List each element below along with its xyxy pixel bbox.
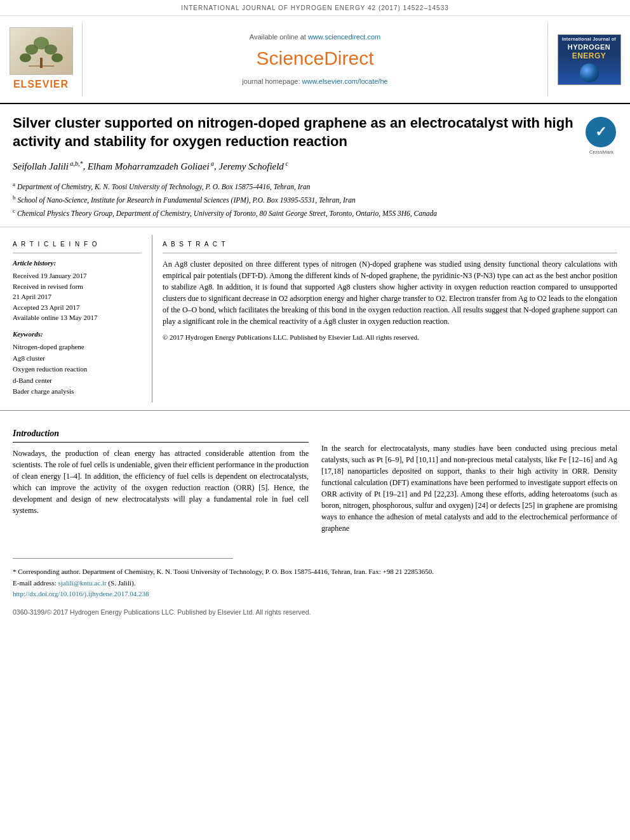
- abstract-column: A B S T R A C T An Ag8 cluster deposited…: [152, 235, 630, 403]
- author-1: Seifollah Jalili: [13, 161, 69, 171]
- footnote-divider: [13, 558, 233, 559]
- elsevier-tree-icon: [19, 34, 64, 72]
- history-item-4: Available online 13 May 2017: [13, 312, 142, 323]
- affiliation-a: a Department of Chemistry, K. N. Toosi U…: [13, 180, 617, 192]
- corresponding-author-note: * Corresponding author. Department of Ch…: [13, 566, 617, 578]
- author-3-sup: c: [284, 160, 288, 167]
- sciencedirect-label: ScienceDirect: [256, 48, 373, 69]
- hydrogen-energy-logo: International Journal of HYDROGEN ENERGY: [558, 34, 621, 85]
- keyword-0: Nitrogen-doped graphene: [13, 342, 142, 353]
- article-title-section: ✓ CrossMark Silver cluster supported on …: [0, 104, 630, 227]
- history-item-1: Received in revised form: [13, 281, 142, 292]
- available-online-text: Available online at www.sciencedirect.co…: [250, 32, 380, 42]
- footer-issn: 0360-3199/© 2017 Hydrogen Energy Publica…: [13, 608, 311, 616]
- journal-citation: INTERNATIONAL JOURNAL OF HYDROGEN ENERGY…: [181, 4, 449, 11]
- svg-rect-6: [29, 65, 54, 67]
- article-history-label: Article history:: [13, 258, 142, 268]
- article-info-column: A R T I C L E I N F O Article history: R…: [0, 235, 152, 403]
- crossmark-icon: ✓: [586, 117, 616, 147]
- logo-journal-name: HYDROGEN: [568, 43, 611, 51]
- abstract-paragraph: An Ag8 cluster deposited on three differ…: [163, 258, 617, 327]
- intro-right-text: In the search for electrocatalysts, many…: [321, 443, 617, 534]
- elsevier-wordmark: ELSEVIER: [13, 77, 69, 91]
- article-info-header: A R T I C L E I N F O: [13, 240, 142, 249]
- authors-line: Seifollah Jalili a,b,*, Elham Moharramza…: [13, 159, 617, 174]
- sciencedirect-section: Available online at www.sciencedirect.co…: [83, 22, 547, 97]
- history-item-3: Accepted 23 April 2017: [13, 302, 142, 313]
- crossmark-badge: ✓ CrossMark: [586, 117, 617, 149]
- journal-header-bar: INTERNATIONAL JOURNAL OF HYDROGEN ENERGY…: [0, 0, 630, 16]
- author-2: Elham Moharramzadeh Goliaei: [88, 161, 210, 171]
- affiliations-block: a Department of Chemistry, K. N. Toosi U…: [13, 180, 617, 219]
- keywords-label: Keywords:: [13, 330, 142, 339]
- abstract-copyright: © 2017 Hydrogen Energy Publications LLC.…: [163, 332, 617, 343]
- svg-point-4: [51, 53, 63, 62]
- email-note: E-mail address: sjalili@kntu.ac.ir (S. J…: [13, 578, 617, 589]
- body-right-col: In the search for electrocatalysts, many…: [321, 427, 617, 538]
- article-title: Silver cluster supported on nitrogen-dop…: [13, 114, 617, 150]
- top-header: ELSEVIER Available online at www.science…: [0, 16, 630, 104]
- crossmark-label: CrossMark: [586, 149, 617, 156]
- elsevier-logo-section: ELSEVIER: [0, 22, 83, 97]
- journal-logo-right: International Journal of HYDROGEN ENERGY: [547, 22, 630, 97]
- body-left-col: Introduction Nowadays, the production of…: [13, 427, 309, 538]
- author-1-sup: a,b,*: [69, 160, 83, 167]
- footnotes-block: * Corresponding author. Department of Ch…: [0, 564, 630, 605]
- email-link[interactable]: sjalili@kntu.ac.ir: [58, 579, 106, 587]
- logo-intl-text: International Journal of: [562, 36, 616, 43]
- two-col-body: Introduction Nowadays, the production of…: [13, 427, 617, 538]
- abstract-header: A B S T R A C T: [163, 240, 617, 249]
- svg-point-1: [25, 44, 38, 55]
- author-3: Jeremy Schofield: [219, 161, 284, 171]
- abstract-text: An Ag8 cluster deposited on three differ…: [163, 258, 617, 343]
- history-item-2: 21 April 2017: [13, 291, 142, 302]
- keyword-3: d-Band center: [13, 375, 142, 387]
- logo-energy-text: ENERGY: [572, 51, 607, 62]
- affiliation-b: b School of Nano-Science, Institute for …: [13, 194, 617, 206]
- sciencedirect-logo: ScienceDirect: [256, 45, 373, 72]
- journal-homepage-text: journal homepage: www.elsevier.com/locat…: [242, 77, 387, 86]
- affiliation-c: c Chemical Physics Theory Group, Departm…: [13, 207, 617, 219]
- body-section: Introduction Nowadays, the production of…: [0, 411, 630, 548]
- article-info-divider: [13, 253, 142, 253]
- footer-bar: 0360-3199/© 2017 Hydrogen Energy Publica…: [0, 605, 630, 620]
- keyword-2: Oxygen reduction reaction: [13, 364, 142, 375]
- elsevier-logo-image: [10, 27, 73, 75]
- keyword-1: Ag8 cluster: [13, 353, 142, 364]
- logo-sphere-icon: [580, 63, 599, 83]
- sciencedirect-url[interactable]: www.sciencedirect.com: [308, 33, 380, 41]
- doi-link: http://dx.doi.org/10.1016/j.ijhydene.201…: [13, 589, 617, 600]
- introduction-title: Introduction: [13, 427, 309, 443]
- keyword-4: Bader charge analysis: [13, 386, 142, 397]
- journal-homepage-url[interactable]: www.elsevier.com/locate/he: [302, 77, 388, 85]
- author-2-sup: a: [210, 160, 215, 167]
- svg-point-3: [20, 53, 31, 62]
- abstract-divider: [163, 253, 617, 253]
- article-info-abstract-section: A R T I C L E I N F O Article history: R…: [0, 227, 630, 411]
- doi-url[interactable]: http://dx.doi.org/10.1016/j.ijhydene.201…: [13, 590, 149, 597]
- intro-left-text: Nowadays, the production of clean energy…: [13, 448, 309, 516]
- history-item-0: Received 19 January 2017: [13, 270, 142, 281]
- svg-point-2: [44, 44, 57, 55]
